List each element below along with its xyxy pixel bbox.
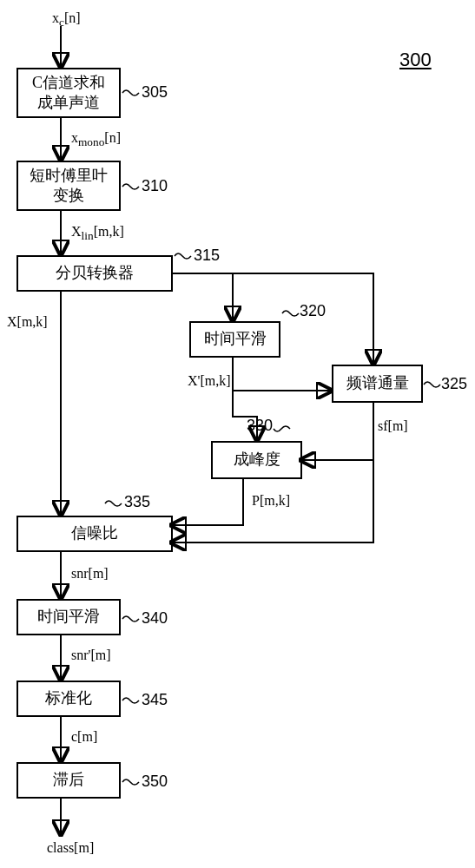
- signal-snrprime: snr'[m]: [71, 648, 111, 663]
- block-340-label: 时间平滑: [37, 607, 100, 627]
- block-330-label: 成峰度: [234, 450, 280, 470]
- signal-xlin: Xlin[m,k]: [71, 224, 124, 243]
- ref-330: 330: [247, 417, 273, 435]
- block-335: 信噪比: [16, 516, 173, 552]
- ref-320: 320: [300, 302, 326, 320]
- block-315: 分贝转换器: [16, 255, 173, 292]
- ref-340: 340: [142, 609, 168, 628]
- signal-xmono: xmono[n]: [71, 130, 121, 149]
- block-330: 成峰度: [211, 441, 302, 479]
- block-315-label: 分贝转换器: [56, 263, 134, 283]
- signal-xprime: X'[m,k]: [188, 373, 231, 389]
- signal-snr: snr[m]: [71, 566, 109, 582]
- block-340: 时间平滑: [16, 599, 121, 635]
- block-335-label: 信噪比: [71, 523, 118, 543]
- ref-345: 345: [142, 691, 168, 709]
- ref-315: 315: [194, 247, 220, 265]
- block-305-label: C信道求和成单声道: [27, 73, 110, 114]
- block-320-label: 时间平滑: [204, 329, 267, 349]
- block-310-label: 短时傅里叶变换: [27, 166, 110, 207]
- input-signal-xc: xc[n]: [52, 10, 81, 30]
- signal-xmk: X[m,k]: [7, 314, 48, 330]
- block-350-label: 滞后: [53, 770, 84, 790]
- ref-305: 305: [142, 83, 168, 102]
- block-310: 短时傅里叶变换: [16, 161, 121, 211]
- block-350: 滞后: [16, 762, 121, 799]
- ref-350: 350: [142, 773, 168, 791]
- block-345-label: 标准化: [45, 688, 92, 708]
- ref-310: 310: [142, 177, 168, 195]
- ref-335: 335: [124, 493, 150, 511]
- block-305: C信道求和成单声道: [16, 68, 121, 118]
- diagram-ref: 300: [399, 49, 432, 71]
- ref-325: 325: [441, 375, 467, 393]
- signal-sf: sf[m]: [378, 418, 408, 434]
- signal-classm: class[m]: [47, 840, 94, 856]
- block-320: 时间平滑: [189, 321, 280, 358]
- block-325: 频谱通量: [332, 365, 423, 403]
- block-325-label: 频谱通量: [346, 373, 409, 393]
- signal-pmk: P[m,k]: [252, 493, 290, 509]
- block-345: 标准化: [16, 681, 121, 717]
- signal-cm: c[m]: [71, 729, 97, 745]
